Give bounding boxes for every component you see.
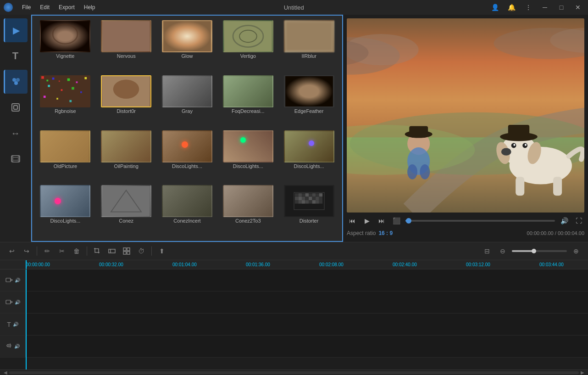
sidebar-item-effects[interactable] [4,70,28,94]
effect-gray[interactable]: Gray [158,74,217,128]
effect-conez2to3[interactable]: Conez2To3 [218,184,277,237]
effect-iirblur[interactable]: IIRblur [279,19,338,73]
track-mute-1[interactable]: 🔊 [15,278,20,283]
user-icon[interactable]: 👤 [489,3,502,12]
effect-discolights2[interactable]: DiscoLights... [218,129,277,183]
effect-distorter[interactable]: Distorter [279,184,338,237]
menu-edit[interactable]: Edit [36,3,53,11]
svg-rect-66 [316,200,319,204]
sidebar-item-clips[interactable] [4,147,28,171]
sidebar-item-media[interactable]: ▶ [4,18,28,42]
maximize-button[interactable]: □ [555,3,568,12]
delete-button[interactable]: 🗑 [70,245,83,257]
svg-rect-99 [127,248,130,251]
menu-file[interactable]: File [18,3,34,11]
effect-distort0r[interactable]: Distort0r [97,74,156,128]
svg-marker-105 [11,301,12,303]
effect-conezincert[interactable]: ConezIncert [158,184,217,237]
effect-label-conezincert: ConezIncert [173,218,200,224]
effect-vertigo[interactable]: Vertigo [218,19,277,73]
track-content-audio[interactable] [26,336,588,357]
svg-rect-27 [85,77,87,79]
effect-vignette[interactable]: Vignette [36,19,95,73]
zoom-in-button[interactable]: ⊕ [570,245,582,257]
effect-oilpainting[interactable]: OilPainting [97,129,156,183]
draw-button[interactable]: ✏ [41,245,54,257]
track-content-video-1[interactable] [26,269,588,291]
play-button[interactable]: ▶ [361,215,372,226]
track-mute-text[interactable]: 🔊 [13,322,18,327]
effect-label-conez2to3: Conez2To3 [235,218,261,224]
svg-rect-23 [52,78,55,80]
zoom-slider[interactable] [512,250,567,252]
rewind-button[interactable]: ⏮ [347,215,358,226]
effect-label-distorter: Distorter [300,218,319,224]
sidebar-item-text[interactable]: T [4,44,28,68]
sidebar-item-filters[interactable] [4,95,28,119]
effect-conez[interactable]: Conez [97,184,156,237]
sidebar-item-transitions[interactable]: ↔ [4,121,28,145]
effect-thumb-discolights1 [162,130,212,162]
main-layout: ▶ T ↔ [0,15,588,242]
redo-button[interactable]: ↪ [20,245,33,257]
export-button[interactable]: ⬆ [155,245,168,257]
svg-rect-98 [123,248,126,251]
minimize-button[interactable]: ─ [538,3,551,12]
effect-label-conez: Conez [119,218,133,224]
timeline-scrollbar: ◀ ▶ [0,369,588,375]
alert-icon[interactable]: 🔔 [505,3,518,12]
effect-foqdec[interactable]: FoqDecreasi... [218,74,277,128]
progress-bar[interactable] [405,220,555,222]
preview-controls: ⏮ ▶ ⏭ ⬛ 🔊 ⛶ [347,213,584,228]
effect-oldpicture[interactable]: OldPicture [36,129,95,183]
zoom-handle[interactable] [532,249,536,253]
effect-thumb-vertigo [223,20,273,52]
zoom-fill [512,250,534,252]
effect-discolights4[interactable]: DiscoLights... [36,184,95,237]
fast-forward-button[interactable]: ⏭ [376,215,387,226]
scroll-left-arrow[interactable]: ◀ [2,370,9,375]
track-content-video-2[interactable] [26,291,588,313]
track-mute-2[interactable]: 🔊 [15,300,20,305]
stop-button[interactable]: ⬛ [391,215,402,226]
volume-button[interactable]: 🔊 [559,215,570,226]
close-button[interactable]: ✕ [571,3,584,12]
trim-button[interactable] [105,245,118,257]
effect-glow[interactable]: Glow [158,19,217,73]
effect-discolights3[interactable]: DiscoLights... [279,129,338,183]
disco-dot-4 [55,198,61,204]
svg-rect-63 [305,200,309,204]
zoom-controls: ⊟ ⊖ ⊕ [481,245,582,257]
track-mute-audio[interactable]: 🔊 [14,344,20,349]
split-button[interactable]: ✂ [55,245,68,257]
track-header-text: T 🔊 [0,313,26,335]
effect-label-distort0r: Distort0r [116,108,136,114]
progress-handle[interactable] [406,218,411,224]
effect-discolights1[interactable]: DiscoLights... [158,129,217,183]
svg-rect-50 [316,193,319,197]
effect-nervous[interactable]: Nervous [97,19,156,73]
separator-1 [37,246,37,256]
effect-thumb-discolights4 [40,185,90,217]
svg-rect-45 [298,193,302,197]
ruler-mark-0: 00:00:00.00 [26,262,99,267]
undo-button[interactable]: ↩ [6,245,18,257]
svg-rect-24 [59,80,60,82]
zoom-out-button[interactable]: ⊟ [481,245,494,257]
crop-button[interactable] [91,245,104,257]
fullscreen-button[interactable]: ⛶ [573,215,584,226]
menu-help[interactable]: Help [80,3,99,11]
ruler-mark-5: 00:02:40.00 [393,262,466,267]
history-button[interactable]: ⏱ [135,245,148,257]
layout-button[interactable] [120,245,133,257]
scroll-right-arrow[interactable]: ▶ [579,370,586,375]
separator-2 [87,246,87,256]
zoom-fit-button[interactable]: ⊖ [496,245,509,257]
track-content-text[interactable] [26,313,588,335]
more-options-icon[interactable]: ⋮ [522,3,535,12]
titlebar: File Edit Export Help Untitled 👤 🔔 ⋮ ─ □… [0,0,588,15]
menu-export[interactable]: Export [55,3,78,11]
effect-edgefeather[interactable]: EdgeFeather [279,74,338,128]
scrollbar-track[interactable] [9,371,579,374]
effect-rgbnoise[interactable]: Rgbnoise [36,74,95,128]
